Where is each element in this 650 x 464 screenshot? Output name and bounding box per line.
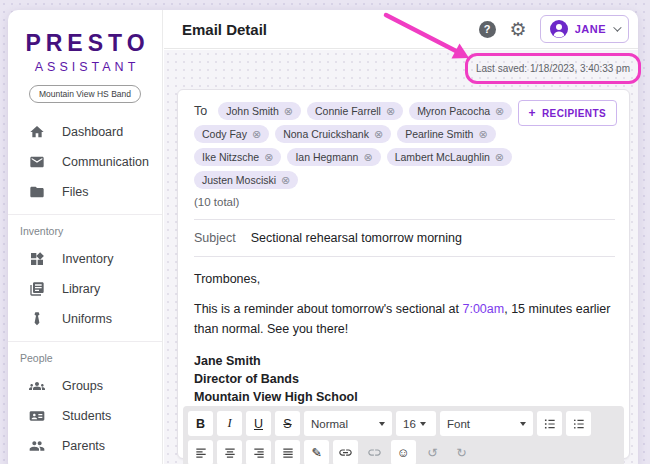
font-size-select[interactable]: 16	[396, 411, 436, 436]
align-center-button[interactable]	[217, 440, 242, 464]
bold-button[interactable]: B	[188, 411, 213, 436]
bullet-list-button[interactable]	[566, 411, 591, 436]
remove-recipient-icon[interactable]: ⊗	[264, 152, 273, 163]
presto-logo: PRESTO ASSISTANT Mountain View HS Band	[8, 10, 162, 103]
smiley-icon: ☺	[397, 446, 410, 460]
remove-recipient-icon[interactable]: ⊗	[281, 175, 290, 186]
align-justify-button[interactable]	[275, 440, 300, 464]
remove-recipient-icon[interactable]: ⊗	[495, 106, 504, 117]
time-link[interactable]: 7:00am	[462, 302, 504, 316]
bullet-list-icon	[572, 417, 586, 431]
sidebar-item-parents[interactable]: Parents	[8, 431, 162, 461]
sidebar-item-label: Students	[62, 409, 111, 423]
sidebar-item-label: Files	[62, 185, 88, 199]
align-right-button[interactable]	[246, 440, 271, 464]
paragraph-style-select[interactable]: Normal	[304, 411, 392, 436]
sidebar-item-label: Communication	[62, 155, 149, 169]
signature-org: Mountain View High School	[194, 389, 615, 407]
content-area: To John Smith⊗ Connie Farrell⊗ Myron Pac…	[164, 50, 638, 464]
remove-recipient-icon[interactable]: ⊗	[495, 152, 504, 163]
undo-button[interactable]: ↺	[420, 440, 445, 464]
add-recipients-label: RECIPIENTS	[542, 108, 606, 119]
recipient-chip: Connie Farrell⊗	[307, 102, 403, 120]
remove-recipient-icon[interactable]: ⊗	[252, 129, 261, 140]
logo-text-presto: PRESTO	[8, 30, 162, 57]
sidebar-item-label: Inventory	[62, 252, 113, 266]
font-family-select[interactable]: Font	[440, 411, 533, 436]
align-left-button[interactable]	[188, 440, 213, 464]
underline-button[interactable]: U	[246, 411, 271, 436]
pen-button[interactable]: ✎	[304, 440, 329, 464]
sidebar-item-communication[interactable]: Communication	[8, 147, 162, 177]
logo-text-assistant: ASSISTANT	[8, 60, 162, 74]
body-paragraph: This is a reminder about tomorrow's sect…	[194, 299, 631, 339]
rich-text-toolbar: B I U S Normal 16 Font	[183, 406, 624, 464]
user-name: JANE	[575, 23, 606, 35]
link-button[interactable]	[333, 440, 358, 464]
gear-icon[interactable]: ⚙	[510, 20, 527, 39]
divider	[194, 219, 615, 220]
remove-recipient-icon[interactable]: ⊗	[478, 129, 487, 140]
sidebar-item-inventory[interactable]: Inventory	[8, 244, 162, 274]
page-title: Email Detail	[182, 21, 267, 38]
strikethrough-button[interactable]: S	[275, 411, 300, 436]
sidebar-item-files[interactable]: Files	[8, 177, 162, 207]
recipient-chip: Myron Pacocha⊗	[409, 102, 512, 120]
recipient-name: Cody Fay	[202, 128, 247, 140]
sidebar-section-inventory: Inventory	[8, 222, 162, 244]
remove-recipient-icon[interactable]: ⊗	[374, 129, 383, 140]
recipient-chip: Pearline Smith⊗	[397, 125, 496, 143]
sidebar-item-label: Library	[62, 282, 100, 296]
remove-recipient-icon[interactable]: ⊗	[284, 106, 293, 117]
recipient-name: Nona Cruickshank	[283, 128, 369, 140]
folder-icon	[29, 184, 45, 200]
email-detail-card: To John Smith⊗ Connie Farrell⊗ Myron Pac…	[177, 89, 630, 459]
chevron-down-icon	[379, 422, 385, 426]
groups-icon	[29, 378, 45, 394]
user-menu-button[interactable]: JANE	[540, 15, 629, 43]
redo-button[interactable]: ↻	[449, 440, 474, 464]
italic-button[interactable]: I	[217, 411, 242, 436]
signature-block: Jane Smith Director of Bands Mountain Vi…	[194, 353, 615, 406]
remove-recipient-icon[interactable]: ⊗	[386, 106, 395, 117]
recipient-chip: Ian Hegmann⊗	[287, 148, 380, 166]
signature-title: Director of Bands	[194, 371, 615, 389]
recipient-chip: Justen Mosciski⊗	[194, 171, 298, 189]
unlink-icon	[367, 445, 382, 460]
recipient-name: John Smith	[226, 105, 279, 117]
sidebar-section-people: People	[8, 349, 162, 371]
organization-badge: Mountain View HS Band	[29, 85, 141, 103]
ordered-list-icon	[543, 417, 557, 431]
sidebar-item-library[interactable]: Library	[8, 274, 162, 304]
add-recipients-button[interactable]: + RECIPIENTS	[518, 100, 617, 126]
home-icon	[29, 124, 45, 140]
help-icon[interactable]: ?	[479, 21, 496, 38]
avatar-icon	[550, 20, 568, 38]
pen-icon: ✎	[311, 445, 321, 460]
sidebar-item-uniforms[interactable]: Uniforms	[8, 304, 162, 334]
sidebar-nav: Dashboard Communication Files Inventory …	[8, 117, 162, 464]
remove-recipient-icon[interactable]: ⊗	[363, 152, 372, 163]
last-saved-annotation-box: Last saved: 1/18/2023, 3:40:33 pm	[465, 53, 641, 84]
align-left-icon	[194, 446, 208, 460]
sidebar-divider	[8, 341, 162, 342]
ordered-list-button[interactable]	[537, 411, 562, 436]
subject-field[interactable]: Subject Sectional rehearsal tomorrow mor…	[194, 231, 615, 245]
app-screenshot: PRESTO ASSISTANT Mountain View HS Band D…	[0, 0, 650, 464]
recipient-name: Connie Farrell	[315, 105, 381, 117]
sidebar-item-students[interactable]: Students	[8, 401, 162, 431]
sidebar-item-groups[interactable]: Groups	[8, 371, 162, 401]
align-right-icon	[252, 446, 266, 460]
chevron-down-icon	[520, 422, 526, 426]
sidebar-item-label: Uniforms	[62, 312, 112, 326]
unlink-button[interactable]	[362, 440, 387, 464]
sidebar-item-dashboard[interactable]: Dashboard	[8, 117, 162, 147]
plus-icon: +	[529, 106, 536, 120]
emoji-button[interactable]: ☺	[391, 440, 416, 464]
recipient-name: Myron Pacocha	[417, 105, 490, 117]
recipient-chip: Lambert McLaughlin⊗	[387, 148, 512, 166]
recipient-chip: Cody Fay⊗	[194, 125, 269, 143]
email-body[interactable]: Trombones, This is a reminder about tomo…	[194, 272, 615, 406]
recipients-total: (10 total)	[194, 196, 615, 208]
sidebar-item-label: Dashboard	[62, 125, 123, 139]
